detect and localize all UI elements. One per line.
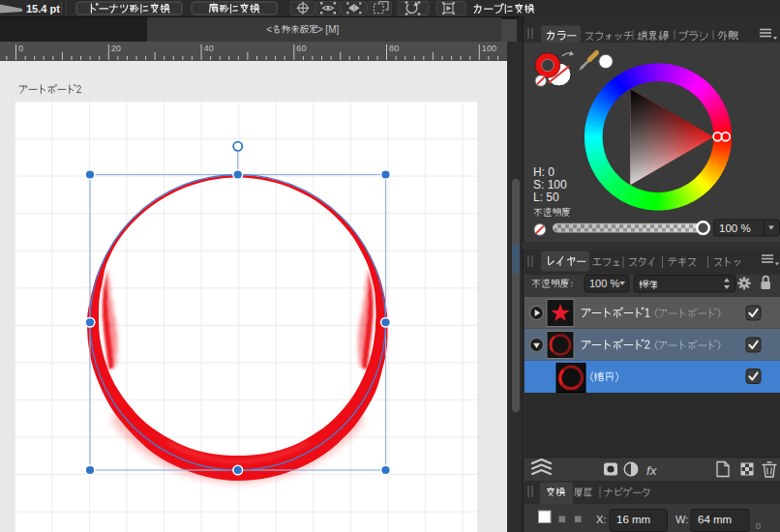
svg-text:20: 20 bbox=[111, 44, 121, 53]
svg-text:H: 0: H: 0 bbox=[533, 165, 555, 179]
svg-text:<: < bbox=[266, 24, 272, 35]
svg-text:100 %: 100 % bbox=[589, 278, 619, 289]
svg-text:S: 100: S: 100 bbox=[533, 178, 567, 192]
svg-text:16 mm: 16 mm bbox=[616, 514, 650, 525]
svg-text:60: 60 bbox=[296, 44, 306, 53]
svg-text:80: 80 bbox=[389, 44, 399, 53]
svg-text:100: 100 bbox=[482, 44, 496, 53]
svg-text:0: 0 bbox=[18, 44, 23, 53]
svg-text:W:: W: bbox=[675, 514, 688, 525]
svg-text:L: 50: L: 50 bbox=[533, 191, 559, 204]
svg-text:15.4 pt: 15.4 pt bbox=[26, 3, 60, 15]
svg-text:100 %: 100 % bbox=[719, 222, 751, 234]
svg-text:64 mm: 64 mm bbox=[698, 514, 732, 525]
svg-text:40: 40 bbox=[204, 44, 214, 53]
svg-text:fx: fx bbox=[646, 463, 658, 478]
svg-text:X:: X: bbox=[596, 514, 606, 525]
svg-text:> [M]: > [M] bbox=[317, 24, 340, 35]
svg-text:0: 0 bbox=[756, 521, 761, 531]
